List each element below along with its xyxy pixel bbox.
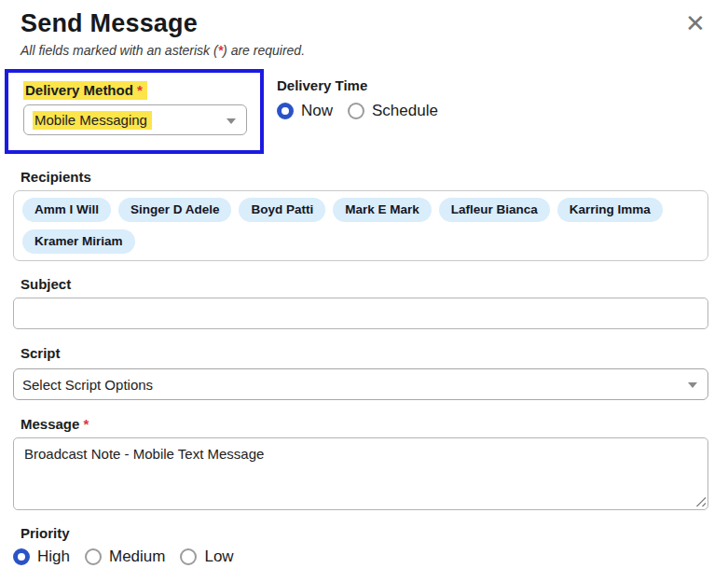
recipient-chip[interactable]: Karring Imma (557, 198, 663, 222)
radio-low[interactable] (180, 548, 197, 565)
message-textarea[interactable]: Broadcast Note - Mobile Text Message (13, 437, 708, 510)
script-section: Script Select Script Options (0, 345, 728, 400)
script-select-value: Select Script Options (22, 377, 153, 393)
recipients-label: Recipients (21, 169, 91, 185)
delivery-time-group: Delivery Time Now Schedule (277, 69, 453, 120)
radio-now-label: Now (301, 102, 333, 120)
delivery-method-value: Mobile Messaging (33, 111, 152, 130)
recipient-chip[interactable]: Boyd Patti (239, 198, 325, 222)
delivery-method-highlight-box: Delivery Method * Mobile Messaging (5, 69, 264, 154)
recipients-section: Recipients Amm I Will Singer D Adele Boy… (0, 169, 728, 261)
message-label: Message * (21, 416, 89, 432)
close-icon[interactable]: ✕ (681, 9, 709, 37)
required-fields-note: All fields marked with an asterisk (*) a… (21, 43, 728, 58)
radio-now[interactable] (277, 103, 294, 119)
asterisk: * (137, 82, 143, 98)
delivery-method-label: Delivery Method * (23, 82, 247, 98)
delivery-row: Delivery Method * Mobile Messaging Deliv… (0, 69, 728, 154)
recipients-input[interactable]: Amm I Will Singer D Adele Boyd Patti Mar… (13, 190, 708, 261)
delivery-method-select[interactable]: Mobile Messaging (23, 104, 247, 135)
chevron-down-icon (227, 118, 236, 123)
send-message-dialog: Send Message All fields marked with an a… (0, 0, 728, 582)
radio-schedule-label: Schedule (372, 102, 438, 120)
subject-section: Subject (0, 276, 728, 329)
radio-medium-label: Medium (109, 547, 165, 566)
subject-label: Subject (21, 276, 71, 292)
page-title: Send Message (21, 9, 728, 38)
message-section: Message * Broadcast Note - Mobile Text M… (0, 416, 728, 510)
subject-input[interactable] (13, 298, 708, 329)
script-label: Script (21, 345, 61, 361)
radio-high-label: High (37, 547, 70, 566)
radio-low-label: Low (204, 547, 233, 566)
recipient-chip[interactable]: Lafleur Bianca (439, 198, 550, 222)
radio-high[interactable] (13, 548, 30, 565)
delivery-time-label: Delivery Time (277, 77, 453, 93)
recipient-chip[interactable]: Mark E Mark (333, 198, 432, 222)
radio-medium[interactable] (85, 548, 102, 565)
chevron-down-icon (688, 382, 697, 388)
recipient-chip[interactable]: Amm I Will (22, 198, 111, 222)
asterisk: * (84, 416, 89, 432)
radio-schedule[interactable] (348, 103, 364, 119)
recipient-chip[interactable]: Singer D Adele (118, 198, 232, 222)
recipient-chip[interactable]: Kramer Miriam (22, 229, 135, 254)
priority-label: Priority (21, 525, 70, 541)
script-select[interactable]: Select Script Options (13, 368, 708, 400)
priority-section: Priority High Medium Low (0, 525, 728, 566)
